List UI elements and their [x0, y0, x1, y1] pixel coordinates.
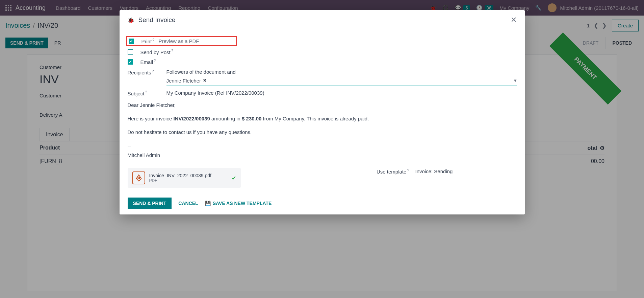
- body-dash: --: [128, 142, 517, 150]
- svg-point-9: [138, 177, 140, 179]
- recipient-chip[interactable]: Jennie Fletcher ✖: [166, 78, 207, 84]
- save-template-button[interactable]: 💾 SAVE AS NEW TEMPLATE: [205, 201, 272, 206]
- print-help-icon[interactable]: ?: [152, 38, 154, 42]
- recipients-intro: Followers of the document and: [166, 69, 517, 75]
- template-label: Use template?: [377, 168, 409, 175]
- modal-overlay[interactable]: 🐞 Send Invoice ✕ Print? Preview as a PDF…: [0, 0, 644, 298]
- cancel-button[interactable]: CANCEL: [178, 201, 198, 206]
- subject-help-icon[interactable]: ?: [145, 90, 147, 94]
- modal-footer: SEND & PRINT CANCEL 💾 SAVE AS NEW TEMPLA…: [120, 192, 525, 214]
- recipient-chip-label: Jennie Fletcher: [166, 78, 201, 84]
- post-help-icon[interactable]: ?: [171, 49, 173, 53]
- template-select[interactable]: Invoice: Sending: [415, 168, 517, 174]
- post-checkbox[interactable]: [128, 49, 133, 55]
- email-label: Email?: [140, 59, 156, 65]
- recipients-label: Recipients?: [128, 69, 166, 86]
- attachment-name: Invoice_INV_2022_00039.pdf: [149, 173, 211, 178]
- send-and-print-button[interactable]: SEND & PRINT: [128, 198, 172, 209]
- body-greeting: Dear Jennie Fletcher,: [128, 101, 517, 109]
- print-hint: Preview as a PDF: [158, 38, 199, 44]
- attachment-check-icon: ✔: [232, 175, 236, 181]
- recipient-remove-icon[interactable]: ✖: [203, 78, 206, 83]
- send-invoice-modal: 🐞 Send Invoice ✕ Print? Preview as a PDF…: [120, 10, 525, 214]
- body-signature: Mitchell Admin: [128, 151, 517, 159]
- post-label: Send by Post?: [140, 49, 173, 55]
- modal-header: 🐞 Send Invoice ✕: [120, 10, 525, 30]
- subject-input[interactable]: My Company Invoice (Ref INV/2022/00039): [166, 90, 517, 96]
- attachment-type: PDF: [149, 178, 211, 183]
- body-invoice-line: Here is your invoice INV/2022/00039 amou…: [128, 115, 517, 123]
- pdf-icon: [132, 171, 145, 184]
- email-help-icon[interactable]: ?: [154, 59, 156, 63]
- email-checkbox[interactable]: [128, 59, 133, 65]
- modal-body: Print? Preview as a PDF Send by Post? Em…: [120, 30, 525, 192]
- modal-title: Send Invoice: [138, 16, 176, 24]
- save-template-label: SAVE AS NEW TEMPLATE: [213, 201, 272, 206]
- recipients-input[interactable]: Jennie Fletcher ✖ ▾: [166, 77, 517, 86]
- print-label: Print?: [141, 38, 155, 44]
- recipients-dropdown-icon[interactable]: ▾: [514, 77, 517, 84]
- bug-icon[interactable]: 🐞: [128, 17, 134, 23]
- highlight-print-option: Print? Preview as a PDF: [126, 36, 237, 46]
- body-questions: Do not hesitate to contact us if you hav…: [128, 128, 517, 136]
- subject-label: Subject?: [128, 90, 166, 96]
- recipients-help-icon[interactable]: ?: [152, 69, 154, 73]
- email-body[interactable]: Dear Jennie Fletcher, Here is your invoi…: [128, 101, 517, 159]
- template-help-icon[interactable]: ?: [407, 168, 409, 172]
- attachment[interactable]: Invoice_INV_2022_00039.pdf PDF ✔: [128, 168, 241, 188]
- print-checkbox[interactable]: [129, 39, 134, 44]
- save-icon: 💾: [205, 201, 211, 206]
- close-icon[interactable]: ✕: [511, 16, 517, 24]
